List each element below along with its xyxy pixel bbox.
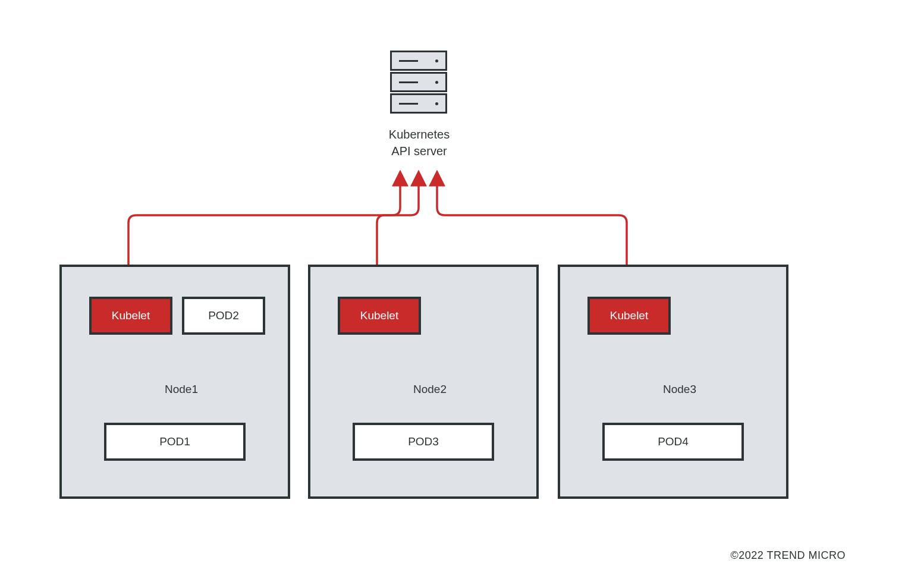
node-label-2: Node2 (413, 383, 447, 396)
kubelet-box-1: Kubelet (89, 297, 172, 335)
server-icon (390, 51, 447, 114)
kubernetes-architecture-diagram: Kubernetes API server Kubelet POD2 No (0, 0, 905, 588)
kubelet-label: Kubelet (610, 309, 648, 322)
pod2-box: POD2 (182, 297, 265, 335)
node-label-3: Node3 (663, 383, 696, 396)
copyright-text: ©2022 TREND MICRO (731, 549, 846, 562)
pod-label: POD1 (159, 435, 190, 448)
pod3-box: POD3 (353, 423, 494, 461)
pod-label: POD2 (208, 309, 239, 322)
pod1-box: POD1 (104, 423, 246, 461)
pod-label: POD3 (408, 435, 439, 448)
kubelet-label: Kubelet (360, 309, 398, 322)
pod4-box: POD4 (602, 423, 744, 461)
kubelet-box-2: Kubelet (338, 297, 421, 335)
api-server-label: Kubernetes API server (381, 126, 458, 159)
node-1-container: Kubelet POD2 Node1 POD1 (59, 265, 290, 499)
kubelet-box-3: Kubelet (587, 297, 671, 335)
kubelet-label: Kubelet (112, 309, 150, 322)
pod-label: POD4 (658, 435, 689, 448)
node-label-1: Node1 (165, 383, 198, 396)
node-2-container: Kubelet Node2 POD3 (308, 265, 539, 499)
node-3-container: Kubelet Node3 POD4 (558, 265, 788, 499)
